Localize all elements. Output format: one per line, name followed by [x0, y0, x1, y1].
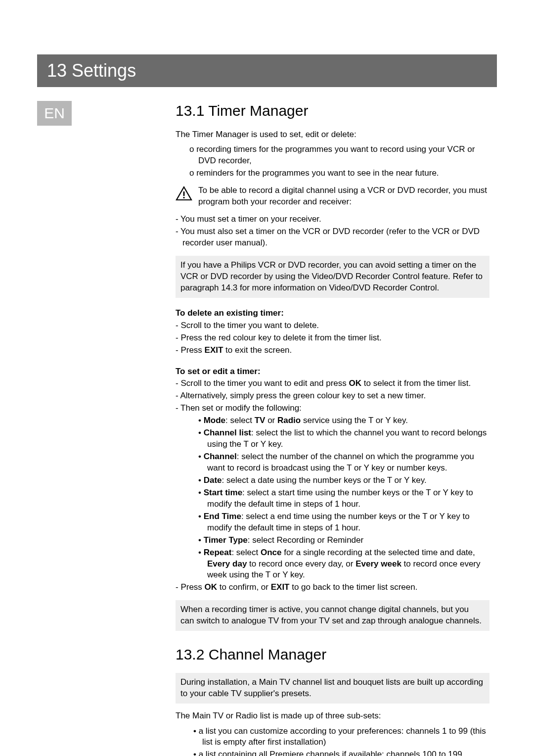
list-item: • Mode: select TV or Radio service using… — [198, 415, 490, 426]
set-steps-bottom: - Press OK to confirm, or EXIT to go bac… — [176, 582, 490, 593]
list-item: - You must also set a timer on the VCR o… — [176, 226, 490, 249]
warning-text: To be able to record a digital channel u… — [198, 185, 490, 208]
chapter-heading: 13 Settings — [37, 54, 497, 87]
warning-block: To be able to record a digital channel u… — [176, 185, 490, 208]
list-item: • Channel list: select the list to which… — [198, 427, 490, 450]
list-item: o recording timers for the programmes yo… — [189, 144, 490, 167]
info-box: When a recording timer is active, you ca… — [176, 600, 490, 631]
info-box: If you have a Philips VCR or DVD recorde… — [176, 256, 490, 298]
list-item: • Repeat: select Once for a single recor… — [198, 547, 490, 581]
list-item: • Channel: select the number of the chan… — [198, 451, 490, 474]
list-item: - Press the red colour key to delete it … — [176, 332, 490, 344]
section-heading-13-1: 13.1 Timer Manager — [176, 101, 490, 121]
delete-timer-heading: To delete an existing timer: — [176, 308, 490, 319]
list-item: - Scroll to the timer you want to edit a… — [176, 378, 490, 389]
list-item: • a list containing all Premiere channel… — [193, 749, 490, 756]
set-timer-heading: To set or edit a timer: — [176, 366, 490, 378]
intro-list: o recording timers for the programmes yo… — [189, 144, 490, 179]
list-item: - Scroll to the timer you want to delete… — [176, 320, 490, 331]
list-item: - Press EXIT to exit the screen. — [176, 345, 490, 356]
section-heading-13-2: 13.2 Channel Manager — [176, 645, 490, 665]
list-item: - You must set a timer on your receiver. — [176, 214, 490, 225]
set-sub-bullets: • Mode: select TV or Radio service using… — [198, 415, 490, 581]
list-item: • Start time: select a start time using … — [198, 487, 490, 510]
warning-list: - You must set a timer on your receiver.… — [176, 214, 490, 249]
delete-steps: - Scroll to the timer you want to delete… — [176, 320, 490, 356]
chapter-title: Settings — [72, 60, 136, 81]
list-item: • End Time: select a end time using the … — [198, 511, 490, 534]
list-item: • Timer Type: select Recording or Remind… — [198, 535, 490, 546]
subset-bullets: • a list you can customize according to … — [193, 726, 490, 756]
list-item: - Then set or modify the following: — [176, 403, 490, 414]
para: The Main TV or Radio list is made up of … — [176, 710, 490, 722]
list-item: • a list you can customize according to … — [193, 726, 490, 749]
list-item: o reminders for the programmes you want … — [189, 168, 490, 179]
set-steps: - Scroll to the timer you want to edit a… — [176, 378, 490, 414]
language-badge: EN — [37, 101, 72, 126]
svg-rect-2 — [183, 197, 185, 198]
info-box: During installation, a Main TV channel l… — [176, 673, 490, 704]
list-item: - Press OK to confirm, or EXIT to go bac… — [176, 582, 490, 593]
warning-icon — [176, 186, 192, 201]
intro-text: The Timer Manager is used to set, edit o… — [176, 129, 490, 141]
list-item: - Alternatively, simply press the green … — [176, 390, 490, 402]
main-content: 13.1 Timer Manager The Timer Manager is … — [176, 101, 490, 756]
svg-rect-1 — [183, 191, 185, 196]
chapter-number: 13 — [47, 60, 67, 81]
list-item: • Date: select a date using the number k… — [198, 475, 490, 486]
